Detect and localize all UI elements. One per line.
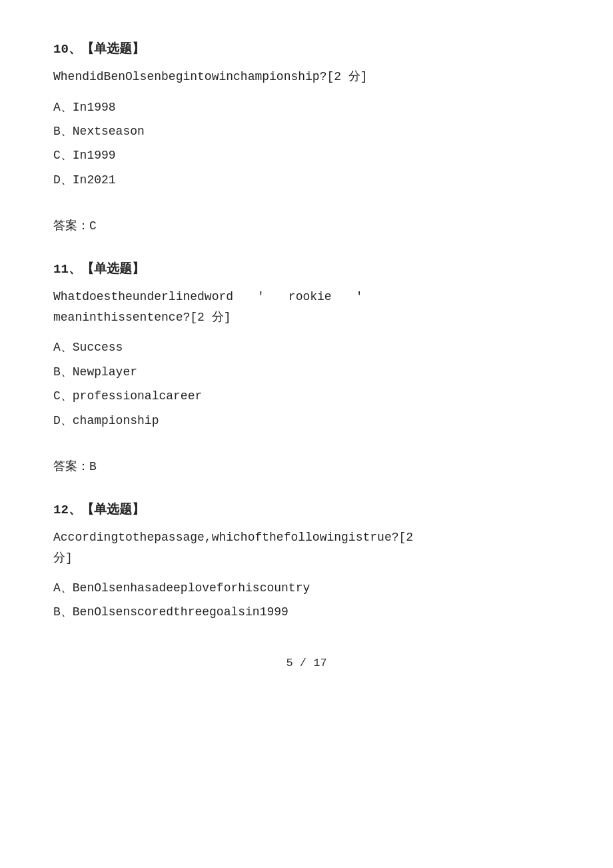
question-11-option-c: C、professionalcareer: [53, 385, 560, 407]
option-a-label: A、: [53, 101, 73, 114]
question-11-option-b: B、Newplayer: [53, 361, 560, 383]
option-c-label: C、: [53, 389, 73, 403]
question-11-option-a: A、Success: [53, 337, 560, 358]
option-b-text: Newplayer: [73, 365, 137, 379]
answer-10: 答案：C: [53, 217, 560, 233]
option-c-label: C、: [53, 149, 73, 162]
option-a-text: In1998: [73, 101, 116, 114]
question-12: 12、【单选题】 Accordingtothepassage,whichofth…: [53, 501, 560, 623]
answer-11-label: 答案：: [53, 460, 89, 473]
option-d-label: D、: [53, 414, 73, 427]
option-c-text: In1999: [73, 149, 116, 162]
question-11-text-line2: meaninthissentence?[2 分]: [53, 307, 560, 328]
page-footer: 5 / 17: [53, 650, 560, 669]
question-11-option-d: D、championship: [53, 410, 560, 431]
option-d-text: In2021: [73, 173, 116, 187]
question-12-header: 12、【单选题】: [53, 501, 560, 518]
question-12-number: 12: [53, 503, 69, 517]
question-10-text: WhendidBenOlsenbegintowinchampionship?[2…: [53, 67, 560, 87]
question-10-option-d: D、In2021: [53, 169, 560, 191]
option-b-text: BenOlsenscoredthreegoalsin1999: [73, 605, 289, 619]
question-11-number: 11: [53, 262, 69, 277]
question-10-header: 10、【单选题】: [53, 40, 560, 57]
question-12-text: Accordingtothepassage,whichofthefollowin…: [53, 527, 560, 568]
question-11: 11、【单选题】 Whatdoestheunderlinedword ' roo…: [53, 260, 560, 431]
question-12-option-a: A、BenOlsenhasadeeploveforhiscountry: [53, 577, 560, 599]
question-11-text: Whatdoestheunderlinedword ' rookie ' mea…: [53, 287, 560, 327]
question-10-option-a: A、In1998: [53, 97, 560, 118]
question-12-text-line1: Accordingtothepassage,whichofthefollowin…: [53, 527, 560, 548]
answer-11: 答案：B: [53, 458, 560, 474]
option-a-text: Success: [73, 341, 123, 354]
question-12-type: 【单选题】: [81, 503, 145, 517]
option-c-text: professionalcareer: [73, 389, 202, 403]
question-10-option-c: C、In1999: [53, 145, 560, 166]
option-a-text: BenOlsenhasadeeploveforhiscountry: [73, 581, 310, 595]
option-b-label: B、: [53, 125, 73, 138]
question-11-header: 11、【单选题】: [53, 260, 560, 277]
question-11-text-line1: Whatdoestheunderlinedword ' rookie ': [53, 287, 560, 307]
option-a-label: A、: [53, 581, 73, 595]
question-12-option-b: B、BenOlsenscoredthreegoalsin1999: [53, 601, 560, 623]
question-10: 10、【单选题】 WhendidBenOlsenbegintowinchampi…: [53, 40, 560, 191]
answer-10-label: 答案：: [53, 219, 89, 233]
question-10-number: 10: [53, 42, 69, 57]
option-b-text: Nextseason: [73, 125, 145, 138]
answer-11-value: B: [89, 460, 97, 473]
option-d-label: D、: [53, 173, 73, 187]
option-a-label: A、: [53, 341, 73, 354]
option-d-text: championship: [73, 414, 159, 427]
answer-10-value: C: [89, 219, 97, 233]
page-indicator: 5 / 17: [286, 657, 326, 669]
question-12-text-line2: 分]: [53, 548, 560, 569]
question-10-option-b: B、Nextseason: [53, 121, 560, 142]
question-11-type: 【单选题】: [81, 262, 145, 277]
question-10-type: 【单选题】: [81, 42, 145, 57]
option-b-label: B、: [53, 365, 73, 379]
option-b-label: B、: [53, 605, 73, 619]
